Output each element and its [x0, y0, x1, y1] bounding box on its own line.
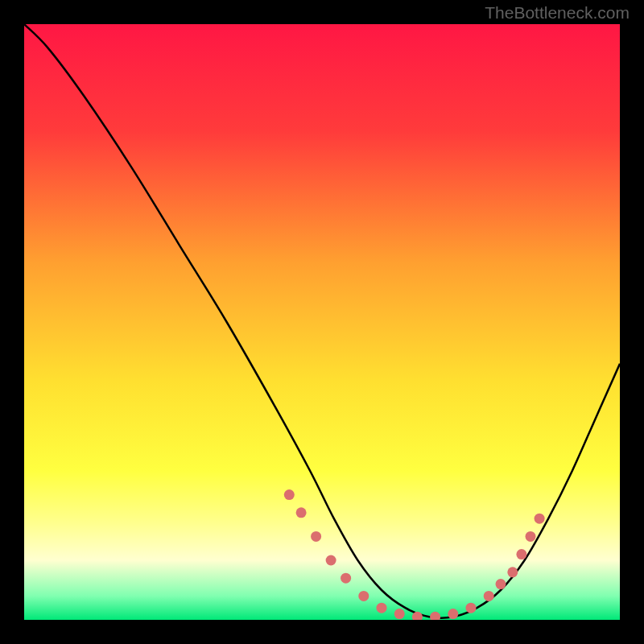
curve-layer — [24, 24, 620, 620]
highlight-dots — [284, 489, 545, 620]
highlight-dot — [326, 555, 336, 566]
highlight-dot — [484, 591, 494, 601]
highlight-dot — [516, 549, 526, 559]
highlight-dot — [507, 567, 518, 577]
chart-plot-area — [24, 24, 620, 620]
highlight-dot — [358, 591, 369, 601]
highlight-dot — [496, 579, 506, 589]
highlight-dot — [284, 489, 295, 500]
highlight-dot — [311, 531, 321, 542]
bottleneck-curve — [24, 24, 620, 618]
highlight-dot — [394, 609, 405, 619]
highlight-dot — [296, 507, 307, 518]
highlight-dot — [535, 514, 545, 524]
highlight-dot — [448, 609, 458, 619]
highlight-dot — [377, 603, 387, 613]
watermark-text: TheBottleneck.com — [485, 3, 630, 23]
highlight-dot — [430, 612, 440, 620]
highlight-dot — [341, 573, 351, 584]
highlight-dot — [526, 531, 536, 542]
highlight-dot — [466, 603, 477, 613]
